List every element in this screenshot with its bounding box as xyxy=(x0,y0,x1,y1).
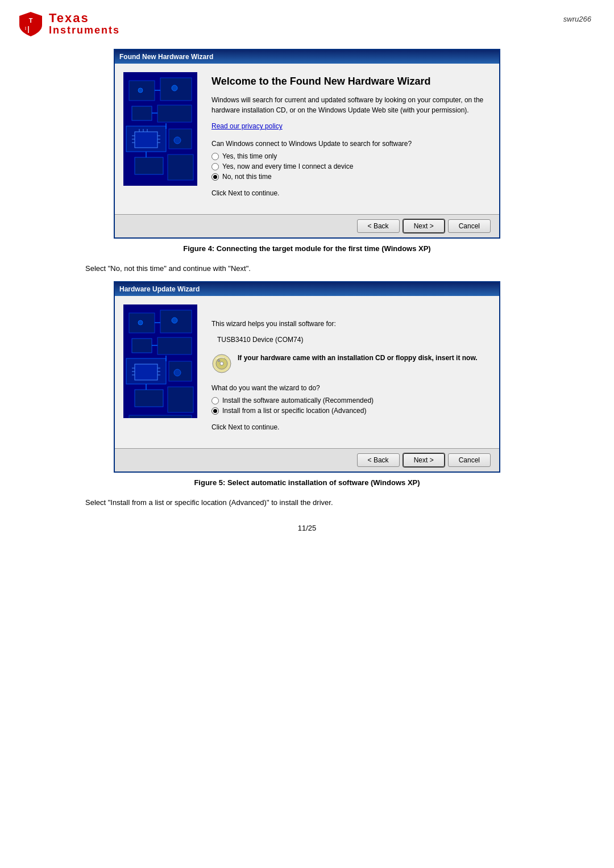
paragraph2: Select "Install from a list or specific … xyxy=(85,498,529,507)
figure4-wizard-title: Welcome to the Found New Hardware Wizard xyxy=(211,75,488,88)
radio-no-circle[interactable] xyxy=(211,173,219,181)
figure4-back-button[interactable]: < Back xyxy=(357,219,400,233)
svg-rect-38 xyxy=(129,415,192,418)
figure4-next-button[interactable]: Next > xyxy=(403,219,445,233)
figure5-wizard-image xyxy=(123,304,197,418)
figure5-radio-group: Install the software automatically (Reco… xyxy=(211,397,488,415)
figure5-footer: < Back Next > Cancel xyxy=(115,448,499,471)
svg-point-55 xyxy=(220,362,223,365)
figure5-install-desc2: TUSB3410 Device (COM74) xyxy=(217,335,488,345)
radio-yes-once-circle[interactable] xyxy=(211,153,219,160)
svg-point-43 xyxy=(138,320,143,325)
ti-texas-label: Texas xyxy=(49,11,120,25)
page-content: Found New Hardware Wizard xyxy=(0,43,614,549)
svg-rect-46 xyxy=(135,364,157,380)
radio-auto-circle[interactable] xyxy=(211,397,219,404)
figure4-question: Can Windows connect to Windows Update to… xyxy=(211,140,488,148)
radio-auto-label: Install the software automatically (Reco… xyxy=(222,397,374,404)
figure4-privacy-link[interactable]: Read our privacy policy xyxy=(211,121,488,131)
svg-rect-10 xyxy=(135,157,163,174)
figure4-content: Welcome to the Found New Hardware Wizard… xyxy=(206,72,491,206)
svg-point-45 xyxy=(174,369,181,376)
radio-no[interactable]: No, not this time xyxy=(211,173,488,181)
svg-text:I: I xyxy=(25,26,27,31)
cd-message-row: If your hardware came with an installati… xyxy=(211,353,488,375)
figure4-titlebar: Found New Hardware Wizard xyxy=(115,50,499,64)
svg-rect-7 xyxy=(157,105,192,122)
radio-yes-always-circle[interactable] xyxy=(211,163,219,170)
figure5-click-next: Click Next to continue. xyxy=(211,423,488,431)
page-header: T I Texas Instruments swru266 xyxy=(0,0,614,43)
figure5-dialog: Hardware Update Wizard xyxy=(114,281,500,473)
figure5-body: This wizard helps you install software f… xyxy=(115,296,499,448)
svg-rect-36 xyxy=(135,390,163,407)
radio-yes-once[interactable]: Yes, this time only xyxy=(211,152,488,160)
radio-list-label: Install from a list or specific location… xyxy=(222,407,366,415)
figure5-caption: Figure 5: Select automatic installation … xyxy=(114,478,500,487)
figure4-radio-group: Yes, this time only Yes, now and every t… xyxy=(211,152,488,181)
svg-rect-37 xyxy=(168,387,193,412)
figure4-footer: < Back Next > Cancel xyxy=(115,214,499,237)
cd-icon xyxy=(211,353,232,375)
figure4-cancel-button[interactable]: Cancel xyxy=(448,219,491,233)
radio-no-label: No, not this time xyxy=(222,173,272,181)
cd-message-text: If your hardware came with an installati… xyxy=(238,353,478,363)
svg-point-44 xyxy=(172,318,177,323)
svg-rect-32 xyxy=(132,339,152,353)
svg-rect-33 xyxy=(157,337,192,354)
svg-point-18 xyxy=(174,137,181,144)
radio-yes-always-label: Yes, now and every time I connect a devi… xyxy=(222,162,353,170)
figure4-title-text: Found New Hardware Wizard xyxy=(119,53,213,61)
svg-point-56 xyxy=(218,360,220,362)
figure5-title-text: Hardware Update Wizard xyxy=(119,285,200,293)
ti-logo-text: Texas Instruments xyxy=(49,11,120,36)
figure4-wizard-image xyxy=(123,72,197,186)
ti-logo-icon: T I xyxy=(17,10,44,37)
figure5-content: This wizard helps you install software f… xyxy=(206,304,491,440)
svg-rect-6 xyxy=(132,106,152,120)
figure4-body: Welcome to the Found New Hardware Wizard… xyxy=(115,64,499,214)
svg-rect-19 xyxy=(135,132,157,148)
figure5-back-button[interactable]: < Back xyxy=(357,453,400,467)
figure5-cancel-button[interactable]: Cancel xyxy=(448,453,491,467)
radio-auto-install[interactable]: Install the software automatically (Reco… xyxy=(211,397,488,404)
svg-text:T: T xyxy=(29,17,33,24)
ti-logo: T I Texas Instruments xyxy=(17,10,120,37)
radio-yes-once-label: Yes, this time only xyxy=(222,152,277,160)
figure5-next-button[interactable]: Next > xyxy=(403,453,445,467)
paragraph1: Select "No, not this time" and continue … xyxy=(85,264,529,273)
figure4-description: Windows will search for current and upda… xyxy=(211,95,488,115)
page-number: 11/25 xyxy=(34,524,580,532)
radio-list-install[interactable]: Install from a list or specific location… xyxy=(211,407,488,415)
radio-yes-always[interactable]: Yes, now and every time I connect a devi… xyxy=(211,162,488,170)
figure5-what-do: What do you want the wizard to do? xyxy=(211,384,488,392)
figure4-dialog: Found New Hardware Wizard xyxy=(114,49,500,239)
svg-point-16 xyxy=(138,88,143,93)
figure4-caption: Figure 4: Connecting the target module f… xyxy=(114,244,500,253)
figure4-click-next: Click Next to continue. xyxy=(211,189,488,197)
radio-list-circle[interactable] xyxy=(211,407,219,415)
doc-reference: swru266 xyxy=(563,15,591,23)
ti-instruments-label: Instruments xyxy=(49,25,120,36)
svg-point-17 xyxy=(172,85,177,91)
svg-rect-11 xyxy=(168,155,193,180)
figure5-install-desc1: This wizard helps you install software f… xyxy=(211,319,488,329)
figure5-titlebar: Hardware Update Wizard xyxy=(115,282,499,296)
